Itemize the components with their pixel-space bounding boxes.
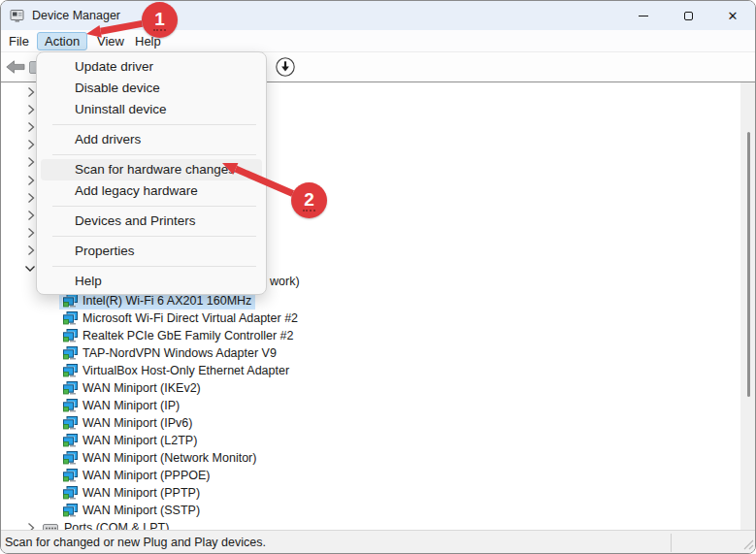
- tree-expanded-chevron-icon[interactable]: [24, 260, 36, 277]
- statusbar: Scan for changed or new Plug and Play de…: [1, 530, 755, 554]
- device-row-tap-nordvpn-windows-adapter-v9[interactable]: TAP-NordVPN Windows Adapter V9: [59, 344, 280, 362]
- tree-collapsed-chevron-icon[interactable]: [27, 102, 35, 114]
- resize-grip[interactable]: [741, 537, 754, 554]
- minimize-button[interactable]: [621, 1, 666, 30]
- network-adapter-icon: [62, 469, 78, 482]
- menu-item-uninstall-device[interactable]: Uninstall device: [41, 99, 262, 120]
- network-adapter-icon: [62, 346, 78, 360]
- device-row-wan-miniport-sstp[interactable]: WAN Miniport (SSTP): [59, 502, 204, 519]
- menu-item-devices-and-printers[interactable]: Devices and Printers: [41, 211, 262, 232]
- device-row-wan-miniport-ipv6[interactable]: WAN Miniport (IPv6): [59, 414, 196, 432]
- network-adapter-icon: [62, 434, 78, 447]
- minimize-icon: [639, 16, 648, 16]
- device-label: WAN Miniport (IP): [82, 399, 180, 412]
- maximize-button[interactable]: [666, 1, 710, 30]
- device-row-wan-miniport-pppoe[interactable]: WAN Miniport (PPPOE): [59, 467, 214, 484]
- close-button[interactable]: ✕: [710, 1, 755, 30]
- device-row-microsoft-wi-fi-direct-virtual-adapter-2[interactable]: Microsoft Wi-Fi Direct Virtual Adapter #…: [59, 310, 302, 327]
- close-icon: ✕: [728, 10, 739, 22]
- menu-action[interactable]: Action: [37, 32, 87, 50]
- network-adapter-icon: [62, 364, 78, 377]
- menu-item-properties[interactable]: Properties: [41, 241, 262, 262]
- titlebar: Device Manager ✕: [1, 1, 755, 30]
- device-label: Intel(R) Wi-Fi 6 AX201 160MHz: [82, 294, 251, 308]
- network-adapter-icon: [62, 399, 78, 412]
- maximize-icon: [684, 12, 693, 20]
- tree-collapsed-chevron-icon[interactable]: [27, 154, 35, 166]
- annotation-dots: [303, 210, 315, 212]
- tree-collapsed-chevron-icon[interactable]: [27, 208, 35, 219]
- device-label: Microsoft Wi-Fi Direct Virtual Adapter #…: [82, 311, 298, 325]
- network-adapter-icon: [62, 311, 78, 325]
- tree-collapsed-chevron-icon[interactable]: [27, 225, 35, 237]
- tree-collapsed-chevron-icon[interactable]: [27, 137, 35, 148]
- menu-item-scan-for-hardware-changes[interactable]: Scan for hardware changes: [41, 159, 262, 180]
- device-label: Realtek PCIe GbE Family Controller #2: [82, 329, 293, 342]
- tree-collapsed-chevron-icon[interactable]: [27, 173, 35, 184]
- action-menu: Update driverDisable deviceUninstall dev…: [36, 51, 267, 295]
- menu-separator: [52, 266, 256, 267]
- device-row-wan-miniport-ikev2[interactable]: WAN Miniport (IKEv2): [59, 379, 205, 397]
- menu-item-update-driver[interactable]: Update driver: [41, 56, 262, 78]
- partial-device-label[interactable]: work): [270, 275, 300, 288]
- window-title: Device Manager: [32, 9, 120, 22]
- menu-item-add-drivers[interactable]: Add drivers: [41, 129, 262, 150]
- scan-hardware-changes-button[interactable]: [275, 56, 296, 78]
- annotation-step-2: 2: [291, 182, 327, 218]
- network-adapter-icon: [62, 486, 78, 500]
- tree-collapsed-chevron-icon[interactable]: [27, 84, 35, 96]
- vertical-scrollbar[interactable]: [740, 82, 756, 530]
- device-row-wan-miniport-pptp[interactable]: WAN Miniport (PPTP): [59, 484, 204, 502]
- menubar: File Action View Help: [1, 30, 755, 52]
- network-adapter-icon: [62, 329, 78, 342]
- annotation-number: 2: [304, 190, 314, 209]
- menu-separator: [52, 236, 256, 237]
- network-adapter-icon: [62, 451, 78, 465]
- scrollbar-thumb[interactable]: [747, 132, 750, 397]
- tree-collapsed-chevron-icon[interactable]: [27, 119, 35, 131]
- menu-separator: [52, 206, 256, 207]
- network-adapter-icon: [62, 381, 78, 395]
- device-row-virtualbox-host-only-ethernet-adapter[interactable]: VirtualBox Host-Only Ethernet Adapter: [59, 362, 293, 379]
- device-manager-window: Device Manager ✕ File Action View Help: [0, 0, 756, 554]
- device-label: WAN Miniport (PPPOE): [82, 469, 211, 482]
- device-label: WAN Miniport (PPTP): [82, 486, 200, 500]
- network-adapter-icon: [62, 504, 78, 517]
- menu-separator: [52, 154, 256, 155]
- device-row-realtek-pcie-gbe-family-controller-2[interactable]: Realtek PCIe GbE Family Controller #2: [59, 327, 297, 344]
- menu-item-disable-device[interactable]: Disable device: [41, 78, 262, 99]
- device-row-wan-miniport-ip[interactable]: WAN Miniport (IP): [59, 397, 183, 414]
- network-adapter-icon: [62, 416, 78, 430]
- device-label: TAP-NordVPN Windows Adapter V9: [82, 346, 277, 360]
- menu-file[interactable]: File: [2, 32, 36, 50]
- device-manager-icon: [10, 8, 25, 23]
- menu-item-help[interactable]: Help: [41, 271, 262, 292]
- annotation-number: 1: [154, 10, 165, 28]
- tree-collapsed-chevron-icon[interactable]: [27, 190, 35, 202]
- annotation-dots: [153, 29, 166, 31]
- annotation-step-1: 1: [142, 2, 178, 38]
- device-label: WAN Miniport (IKEv2): [82, 381, 201, 395]
- network-adapter-icon: [62, 294, 78, 308]
- status-text: Scan for changed or new Plug and Play de…: [5, 531, 266, 554]
- device-row-wan-miniport-network-monitor[interactable]: WAN Miniport (Network Monitor): [59, 449, 260, 467]
- back-arrow-icon[interactable]: [6, 60, 25, 78]
- device-label: WAN Miniport (SSTP): [82, 504, 200, 517]
- menu-item-add-legacy-hardware[interactable]: Add legacy hardware: [41, 180, 262, 202]
- device-label: WAN Miniport (IPv6): [82, 416, 192, 430]
- window-controls: ✕: [621, 1, 755, 30]
- device-label: WAN Miniport (Network Monitor): [82, 451, 256, 465]
- menu-view[interactable]: View: [90, 32, 131, 50]
- device-label: VirtualBox Host-Only Ethernet Adapter: [82, 364, 289, 377]
- device-label: WAN Miniport (L2TP): [82, 434, 197, 447]
- statusbar-divider: [671, 534, 672, 552]
- menu-separator: [52, 124, 256, 125]
- tree-collapsed-chevron-icon[interactable]: [27, 243, 35, 254]
- device-row-wan-miniport-l2tp[interactable]: WAN Miniport (L2TP): [59, 432, 201, 449]
